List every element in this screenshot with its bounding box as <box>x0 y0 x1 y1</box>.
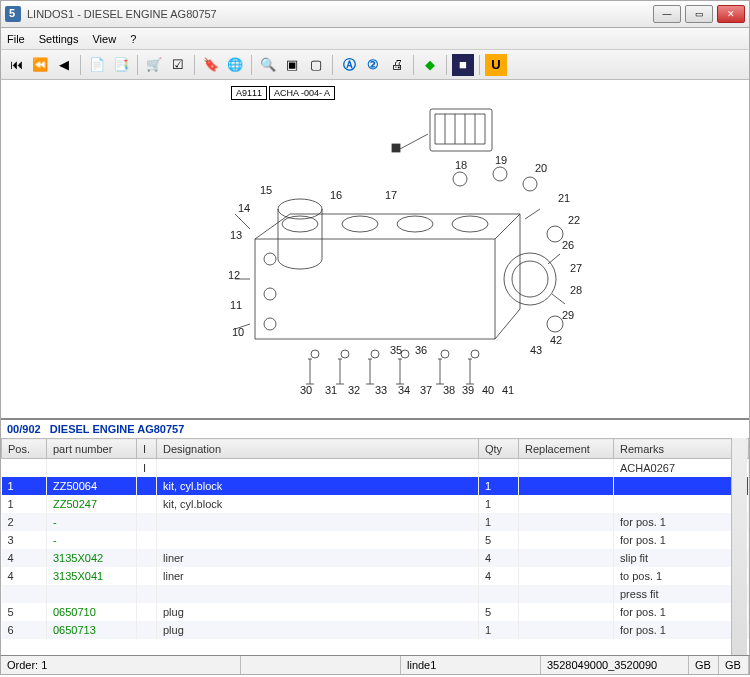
table-row[interactable]: 2-1for pos. 1 <box>2 513 749 531</box>
zoom-icon[interactable]: 🔍 <box>257 54 279 76</box>
table-row[interactable]: 60650713plug1for pos. 1 <box>2 621 749 639</box>
status-nums: 3528049000_3520090 <box>541 656 689 674</box>
svg-text:14: 14 <box>238 202 250 214</box>
menu-help[interactable]: ? <box>130 33 136 45</box>
svg-rect-0 <box>430 109 492 151</box>
table-row[interactable]: 1ZZ50064kit, cyl.block1 <box>2 477 749 495</box>
titlebar: LINDOS1 - DIESEL ENGINE AG80757 — ▭ ✕ <box>0 0 750 28</box>
minimize-button[interactable]: — <box>653 5 681 23</box>
svg-text:22: 22 <box>568 214 580 226</box>
col-i[interactable]: I <box>137 439 157 459</box>
green-icon[interactable]: ◆ <box>419 54 441 76</box>
svg-text:21: 21 <box>558 192 570 204</box>
svg-text:39: 39 <box>462 384 474 396</box>
status-order: Order: 1 <box>1 656 241 674</box>
svg-point-7 <box>452 216 488 232</box>
svg-text:15: 15 <box>260 184 272 196</box>
svg-text:38: 38 <box>443 384 455 396</box>
section-header: 00/902 DIESEL ENGINE AG80757 <box>1 420 749 438</box>
maximize-button[interactable]: ▭ <box>685 5 713 23</box>
col-rem[interactable]: Remarks <box>614 439 749 459</box>
svg-point-9 <box>264 288 276 300</box>
menu-view[interactable]: View <box>92 33 116 45</box>
blue-icon[interactable]: ■ <box>452 54 474 76</box>
svg-rect-2 <box>392 144 400 152</box>
svg-point-22 <box>493 167 507 181</box>
svg-text:36: 36 <box>415 344 427 356</box>
statusbar: Order: 1 linde1 3528049000_3520090 GB GB <box>0 655 750 675</box>
box1-icon[interactable]: ▣ <box>281 54 303 76</box>
letter-a-icon[interactable]: Ⓐ <box>338 54 360 76</box>
tag-icon[interactable]: 🔖 <box>200 54 222 76</box>
table-row[interactable]: IACHA0267 <box>2 459 749 477</box>
rewind-icon[interactable]: ⏪ <box>29 54 51 76</box>
close-button[interactable]: ✕ <box>717 5 745 23</box>
status-blank <box>241 656 401 674</box>
svg-point-12 <box>512 261 548 297</box>
svg-point-15 <box>311 350 319 358</box>
svg-text:12: 12 <box>228 269 240 281</box>
svg-point-4 <box>282 216 318 232</box>
svg-text:18: 18 <box>455 159 467 171</box>
u-icon[interactable]: U <box>485 54 507 76</box>
prev-icon[interactable]: ◀ <box>53 54 75 76</box>
svg-point-23 <box>523 177 537 191</box>
svg-text:17: 17 <box>385 189 397 201</box>
svg-text:11: 11 <box>230 299 242 311</box>
svg-point-21 <box>453 172 467 186</box>
table-row[interactable]: 3-5for pos. 1 <box>2 531 749 549</box>
doc-open-icon[interactable]: 📄 <box>86 54 108 76</box>
box2-icon[interactable]: ▢ <box>305 54 327 76</box>
toolbar: ⏮ ⏪ ◀ 📄 📑 🛒 ☑ 🔖 🌐 🔍 ▣ ▢ Ⓐ ② 🖨 ◆ ■ U <box>0 50 750 80</box>
app-icon <box>5 6 21 22</box>
svg-text:29: 29 <box>562 309 574 321</box>
svg-text:27: 27 <box>570 262 582 274</box>
svg-point-16 <box>341 350 349 358</box>
svg-text:30: 30 <box>300 384 312 396</box>
svg-text:20: 20 <box>535 162 547 174</box>
col-qty[interactable]: Qty <box>479 439 519 459</box>
cart-icon[interactable]: 🛒 <box>143 54 165 76</box>
svg-text:16: 16 <box>330 189 342 201</box>
svg-point-17 <box>371 350 379 358</box>
parts-table[interactable]: Pos. part number I Designation Qty Repla… <box>1 438 749 655</box>
svg-point-19 <box>441 350 449 358</box>
svg-text:42: 42 <box>550 334 562 346</box>
status-gb2: GB <box>719 656 749 674</box>
col-desig[interactable]: Designation <box>157 439 479 459</box>
menu-file[interactable]: File <box>7 33 25 45</box>
svg-point-8 <box>264 253 276 265</box>
menu-settings[interactable]: Settings <box>39 33 79 45</box>
diagram-panel[interactable]: A9111 ACHA -004- A <box>1 80 749 420</box>
table-row[interactable]: 50650710plug5for pos. 1 <box>2 603 749 621</box>
svg-text:34: 34 <box>398 384 410 396</box>
table-row[interactable]: 43135X042liner4slip fit <box>2 549 749 567</box>
table-row[interactable]: 1ZZ50247kit, cyl.block1 <box>2 495 749 513</box>
print-icon[interactable]: 🖨 <box>386 54 408 76</box>
table-row[interactable]: 43135X041liner4to pos. 1 <box>2 567 749 585</box>
svg-line-1 <box>400 134 428 149</box>
menubar: File Settings View ? <box>0 28 750 50</box>
svg-text:28: 28 <box>570 284 582 296</box>
col-pos[interactable]: Pos. <box>2 439 47 459</box>
table-row[interactable]: press fit <box>2 585 749 603</box>
svg-point-5 <box>342 216 378 232</box>
doc-save-icon[interactable]: 📑 <box>110 54 132 76</box>
diagram-label-a: A9111 <box>231 86 267 100</box>
svg-text:19: 19 <box>495 154 507 166</box>
status-user: linde1 <box>401 656 541 674</box>
scrollbar[interactable] <box>731 438 747 655</box>
svg-text:31: 31 <box>325 384 337 396</box>
col-repl[interactable]: Replacement <box>519 439 614 459</box>
svg-point-10 <box>264 318 276 330</box>
globe-icon[interactable]: 🌐 <box>224 54 246 76</box>
number-2-icon[interactable]: ② <box>362 54 384 76</box>
svg-text:35: 35 <box>390 344 402 356</box>
first-icon[interactable]: ⏮ <box>5 54 27 76</box>
window-title: LINDOS1 - DIESEL ENGINE AG80757 <box>27 8 653 20</box>
check-icon[interactable]: ☑ <box>167 54 189 76</box>
svg-point-14 <box>547 316 563 332</box>
col-part[interactable]: part number <box>47 439 137 459</box>
svg-text:33: 33 <box>375 384 387 396</box>
svg-text:43: 43 <box>530 344 542 356</box>
